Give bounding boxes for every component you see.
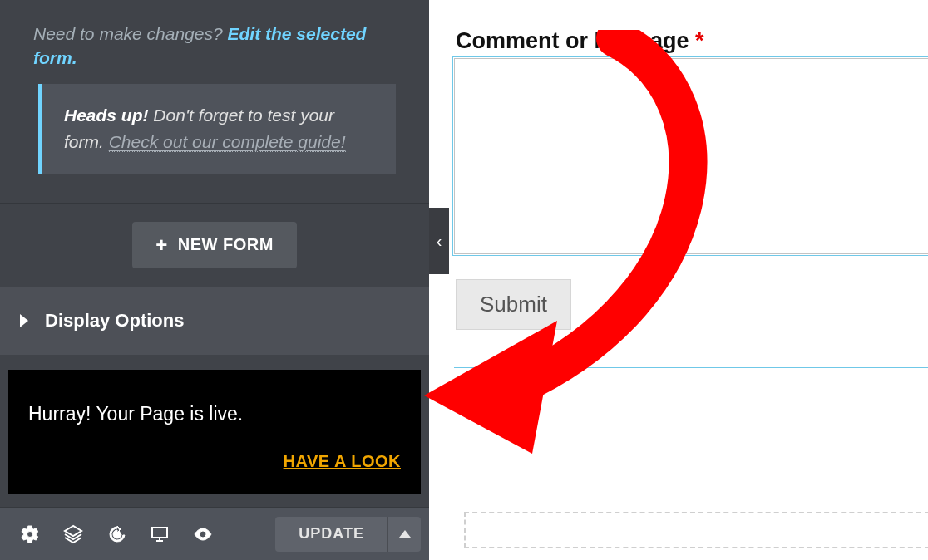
form-label-text: Comment or Message (456, 28, 689, 53)
notice-box: Heads up! Don't forget to test your form… (38, 84, 396, 174)
chevron-left-icon: ‹ (437, 232, 442, 251)
preview-button[interactable] (181, 516, 225, 553)
have-a-look-link[interactable]: HAVE A LOOK (28, 452, 401, 471)
update-options-button[interactable] (387, 517, 421, 552)
help-prompt: Need to make changes? (33, 24, 223, 43)
canvas-preview: Comment or Message * Submit (449, 0, 928, 560)
layers-icon (63, 524, 83, 544)
new-form-section: + NEW FORM (0, 203, 429, 287)
sidebar: Need to make changes? Edit the selected … (0, 0, 429, 560)
help-text: Need to make changes? Edit the selected … (0, 0, 429, 84)
new-form-label: NEW FORM (178, 235, 274, 254)
responsive-button[interactable] (138, 516, 181, 553)
display-options-toggle[interactable]: Display Options (0, 287, 429, 355)
caret-up-icon (399, 530, 411, 538)
monitor-icon (150, 524, 170, 544)
required-asterisk: * (695, 28, 704, 53)
eye-icon (193, 524, 213, 544)
caret-right-icon (20, 314, 28, 327)
history-button[interactable] (95, 516, 138, 553)
navigator-button[interactable] (52, 516, 95, 553)
notice-heads: Heads up! (64, 106, 149, 125)
selection-outline (454, 367, 928, 368)
update-button[interactable]: UPDATE (275, 517, 387, 552)
form-label: Comment or Message * (456, 28, 704, 54)
plus-icon: + (155, 235, 168, 255)
add-section-placeholder[interactable] (464, 512, 928, 548)
update-label: UPDATE (299, 525, 364, 543)
live-panel: Hurray! Your Page is live. HAVE A LOOK (8, 370, 421, 494)
update-group: UPDATE (275, 517, 421, 552)
comment-textarea[interactable] (454, 58, 928, 254)
settings-button[interactable] (8, 516, 52, 553)
display-options-label: Display Options (45, 310, 184, 332)
submit-label: Submit (480, 292, 547, 317)
submit-button[interactable]: Submit (456, 279, 571, 330)
gear-icon (20, 524, 40, 544)
history-icon (106, 524, 126, 544)
sidebar-inner: Need to make changes? Edit the selected … (0, 0, 429, 560)
new-form-button[interactable]: + NEW FORM (132, 222, 297, 268)
live-message: Hurray! Your Page is live. (28, 403, 401, 425)
bottom-toolbar: UPDATE (0, 507, 429, 560)
notice-guide-link[interactable]: Check out our complete guide! (109, 132, 346, 152)
collapse-sidebar-handle[interactable]: ‹ (429, 208, 449, 274)
